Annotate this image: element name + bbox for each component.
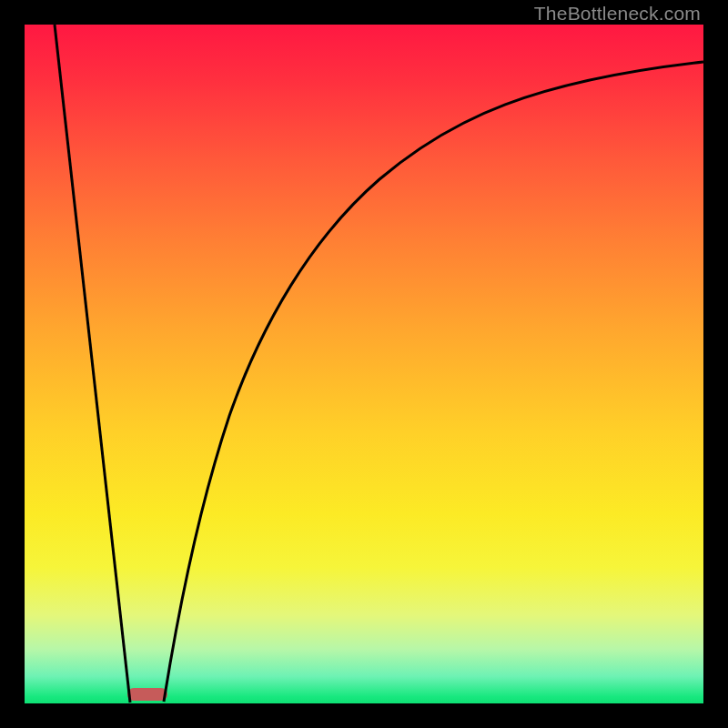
right-curve xyxy=(164,62,703,702)
chart-container: TheBottleneck.com xyxy=(0,0,728,728)
plot-area xyxy=(25,25,703,703)
curves-layer xyxy=(25,25,703,703)
left-line xyxy=(55,25,130,703)
watermark-text: TheBottleneck.com xyxy=(534,3,701,25)
